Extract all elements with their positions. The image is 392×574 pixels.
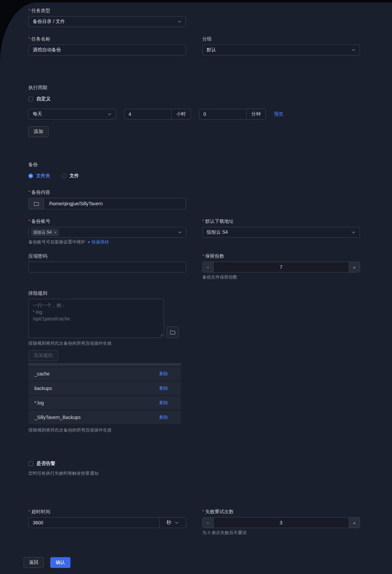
compression-password-label: 压缩密码 [28,253,47,259]
task-name-label-row: * 任务名称 [28,36,186,42]
download-address-label: 默认下载地址 [205,218,234,224]
confirm-button[interactable]: 确认 [50,557,71,568]
backup-account-tag: 缤纷云 S4 × [31,229,59,236]
add-period-button[interactable]: 添加 [28,126,49,137]
chevron-down-icon [352,48,356,52]
exclusion-helper: 排除规则将对此次备份的所有压缩操作生效 [28,341,360,346]
retention-input[interactable] [214,262,349,272]
radio-file-label: 文件 [69,173,79,179]
required-mark: * [202,218,204,224]
drawer-footer: 返回 确认 [24,557,360,568]
delete-rule-link[interactable]: 删除 [159,400,168,406]
backup-account-multiselect[interactable]: 缤纷云 S4 × [28,227,186,238]
custom-schedule-checkbox-row[interactable]: 自定义 [28,96,360,102]
rule-pattern: _SillyTavern_Backups [34,415,81,420]
add-rule-button[interactable]: 添加规则 [28,350,58,361]
retry-label-row: * 失败重试次数 [202,508,360,515]
schedule-label-row: 执行周期 [28,84,360,90]
timeout-field: 秒 [28,517,186,528]
backup-content-field [28,198,186,209]
alert-helper: 定时任务执行失败时将触发告警通知 [28,471,360,476]
compression-password-field [28,262,186,272]
plus-icon[interactable]: + [349,262,360,272]
timeout-input[interactable] [29,518,159,528]
exclusion-label-row: 排除规则 [28,290,360,296]
hour-input[interactable] [124,109,171,119]
backup-account-helper-row: 备份账号可在面板设置中维护 快速跳转 [28,239,186,245]
radio-folder-dot[interactable] [28,174,33,178]
required-mark: * [28,36,30,42]
task-type-select[interactable]: 备份目录 / 文件 [28,16,186,27]
custom-schedule-label: 自定义 [36,96,51,102]
backup-content-input[interactable] [44,198,186,209]
table-row: *.log 删除 [28,396,181,410]
chevron-down-icon [108,112,112,116]
backup-content-label: 备份内容 [31,189,50,195]
table-row: _SillyTavern_Backups 删除 [28,411,181,424]
retry-label: 失败重试次数 [205,508,234,515]
preview-link[interactable]: 预览 [274,111,283,117]
back-button[interactable]: 返回 [24,557,44,568]
required-mark: * [28,7,30,14]
minus-icon[interactable]: − [203,518,214,528]
exclusion-textarea[interactable] [28,299,164,338]
timeout-unit-select[interactable]: 秒 [159,518,186,528]
resize-handle-icon[interactable] [160,334,163,337]
plus-icon[interactable]: + [349,518,360,528]
form-content: * 任务类型 备份目录 / 文件 * 任务名称 分组 [0,2,360,568]
compression-password-label-row: 压缩密码 [28,253,186,259]
download-address-select[interactable]: 缤纷云 S4 [202,227,360,238]
required-mark: * [202,508,204,515]
required-mark: * [28,508,30,515]
exclusion-label: 排除规则 [28,290,47,296]
retry-input[interactable] [214,518,349,528]
task-name-input[interactable] [33,47,182,53]
backup-content-label-row: * 备份内容 [28,189,360,195]
hour-unit: 小时 [171,109,191,119]
task-name-field [28,45,186,55]
required-mark: * [28,218,30,224]
backup-account-helper: 备份账号可在面板设置中维护 [28,239,85,245]
folder-icon [170,330,175,335]
compression-password-input[interactable] [33,264,182,270]
custom-schedule-checkbox[interactable] [28,97,33,101]
minute-field: 分钟 [199,109,266,120]
download-address-label-row: * 默认下载地址 [202,218,360,224]
radio-folder[interactable]: 文件夹 [28,173,50,179]
alert-checkbox-row[interactable]: 是否告警 [28,461,360,467]
delete-rule-link[interactable]: 删除 [159,371,168,377]
minute-input[interactable] [199,109,246,119]
alert-checkbox[interactable] [28,461,33,466]
browse-folder-button[interactable] [29,198,44,209]
chevron-down-icon [352,230,356,234]
close-icon[interactable]: × [54,230,57,235]
radio-file[interactable]: 文件 [62,173,79,179]
exclusion-textarea-wrap [28,299,164,338]
minus-icon[interactable]: − [203,262,214,272]
exclusion-footer-helper: 排除规则将对此次备份的所有压缩操作生效 [28,427,360,433]
quick-jump-link[interactable]: 快速跳转 [87,239,109,245]
chevron-down-icon [175,521,179,525]
required-mark: * [202,253,204,259]
schedule-label: 执行周期 [28,84,47,90]
frequency-select[interactable]: 每天 [28,109,116,120]
group-select[interactable]: 默认 [202,45,360,55]
retry-stepper: − + [202,517,360,528]
table-row: backups 删除 [28,382,181,395]
backup-label: 备份 [28,161,38,167]
delete-rule-link[interactable]: 删除 [159,414,168,420]
download-address-value: 缤纷云 S4 [207,229,228,235]
retention-stepper: − + [202,262,360,272]
group-label-row: 分组 [202,36,360,42]
radio-file-dot[interactable] [62,174,66,178]
table-row: _cache 删除 [28,367,181,381]
hour-field: 小时 [124,109,191,120]
timeout-label: 超时时间 [31,508,50,515]
backup-account-label-row: * 备份账号 [28,218,186,224]
task-type-label-row: * 任务类型 [28,7,360,14]
group-label: 分组 [202,36,212,42]
delete-rule-link[interactable]: 删除 [159,385,168,391]
retention-label: 保留份数 [205,253,224,259]
exclusion-browse-button[interactable] [167,327,179,338]
backup-account-tag-text: 缤纷云 S4 [33,230,52,235]
